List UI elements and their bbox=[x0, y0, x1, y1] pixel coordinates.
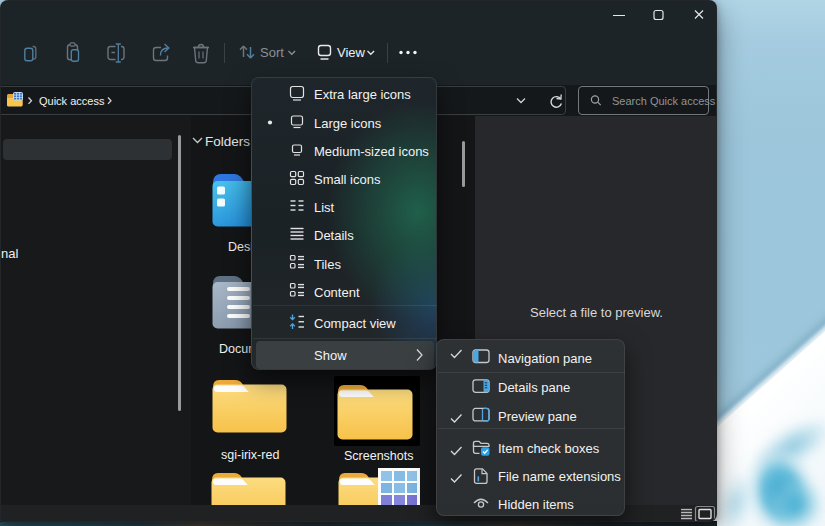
svg-text:Search Quick access: Search Quick access bbox=[612, 95, 716, 107]
svg-text:Screenshots: Screenshots bbox=[344, 449, 413, 463]
svg-text:sgi-irix-red: sgi-irix-red bbox=[221, 448, 279, 462]
svg-text:Quick access: Quick access bbox=[39, 95, 105, 107]
svg-text:Folders: Folders bbox=[205, 134, 250, 149]
svg-text:Sort: Sort bbox=[260, 45, 284, 60]
svg-text:View: View bbox=[337, 45, 366, 60]
